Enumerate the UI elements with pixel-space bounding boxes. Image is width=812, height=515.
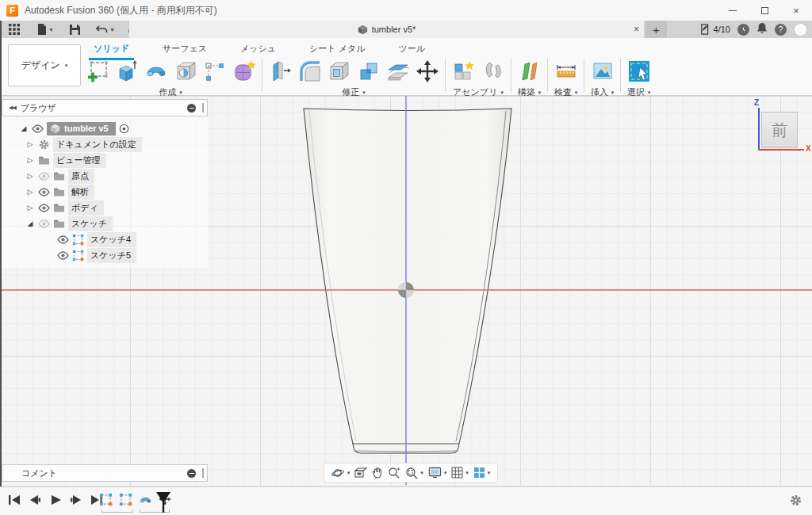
- tree-row-sketch4[interactable]: スケッチ4: [2, 231, 208, 247]
- expander-icon[interactable]: ◢: [25, 219, 35, 227]
- toolbar-group-create: 作成▾: [82, 57, 259, 95]
- activate-radio-icon[interactable]: [119, 124, 129, 134]
- select-icon: [627, 59, 651, 83]
- clock-icon[interactable]: [737, 24, 749, 36]
- tree-row-root[interactable]: ◢ tumbler v5: [2, 120, 208, 136]
- visibility-eye-icon[interactable]: [57, 235, 69, 244]
- timeline-settings-gear-icon[interactable]: [789, 494, 802, 507]
- visibility-eye-off-icon[interactable]: [38, 172, 50, 181]
- panel-display-toggle-icon[interactable]: [187, 469, 196, 478]
- tree-item-root[interactable]: tumbler v5: [47, 122, 116, 135]
- fillet-button[interactable]: [295, 57, 324, 86]
- move-button[interactable]: [412, 57, 442, 86]
- visibility-eye-icon[interactable]: [57, 251, 69, 260]
- undo-button[interactable]: ▼: [92, 21, 119, 38]
- tree-row-sketch5[interactable]: スケッチ5: [2, 247, 208, 263]
- expander-icon[interactable]: ▷: [25, 188, 35, 196]
- offset-face-icon: [386, 59, 410, 83]
- joint-button[interactable]: [478, 57, 508, 86]
- apps-grid-icon[interactable]: [5, 21, 24, 38]
- insert-image-icon: [591, 59, 615, 83]
- expander-icon[interactable]: ▷: [25, 204, 35, 212]
- viewports-button[interactable]: ▾: [473, 467, 491, 479]
- display-settings-button[interactable]: ▾: [428, 467, 447, 479]
- tree-row-analysis[interactable]: ▷ 解析: [2, 184, 208, 200]
- tree-row-bodies[interactable]: ▷ ボディ: [2, 200, 208, 216]
- close-button[interactable]: ×: [780, 0, 812, 21]
- origin-marker[interactable]: [395, 279, 417, 301]
- job-status-button[interactable]: 4/10: [700, 24, 730, 35]
- zoom-button[interactable]: [388, 467, 400, 479]
- tree-row-named-views[interactable]: ▷ ビュー管理: [2, 152, 208, 168]
- panel-resize-grip[interactable]: [202, 468, 204, 478]
- browser-title: ブラウザ: [21, 102, 187, 114]
- insert-button[interactable]: [588, 57, 617, 86]
- account-avatar[interactable]: [794, 23, 807, 36]
- timeline-feature-revolve[interactable]: [138, 492, 152, 506]
- pan-button[interactable]: [372, 467, 383, 479]
- shell-button[interactable]: [324, 57, 354, 86]
- save-button[interactable]: [66, 21, 84, 38]
- measure-button[interactable]: [551, 57, 580, 86]
- viewcube[interactable]: 前: [761, 112, 798, 148]
- tree-row-document-settings[interactable]: ▷ ドキュメントの設定: [2, 136, 208, 152]
- viewcube-x-axis: [758, 149, 804, 151]
- minimize-button[interactable]: [717, 0, 749, 21]
- browser-header[interactable]: ◀◀ ブラウザ: [2, 99, 208, 116]
- combine-button[interactable]: [354, 57, 383, 86]
- step-back-button[interactable]: [27, 492, 43, 508]
- extrude-button[interactable]: [112, 57, 141, 86]
- tab-close-icon[interactable]: ×: [634, 21, 639, 38]
- visibility-eye-icon[interactable]: [32, 124, 44, 133]
- sketch-icon: [99, 493, 113, 506]
- timeline-feature-sketch5[interactable]: [118, 492, 132, 506]
- create-form-button[interactable]: [229, 57, 259, 86]
- job-status-count: 4/10: [714, 25, 730, 34]
- panel-display-toggle-icon[interactable]: [187, 104, 196, 113]
- timeline-position-marker[interactable]: [155, 491, 171, 513]
- tree-row-origin[interactable]: ▷ 原点: [2, 168, 208, 184]
- revolve-button[interactable]: [141, 57, 170, 86]
- new-component-button[interactable]: [449, 57, 478, 86]
- fit-button[interactable]: ▾: [405, 467, 423, 479]
- expander-icon[interactable]: ◢: [19, 124, 29, 132]
- visibility-eye-icon[interactable]: [38, 204, 50, 212]
- document-tab[interactable]: tumbler v5* ×: [129, 21, 644, 38]
- maximize-button[interactable]: [749, 0, 780, 21]
- zoom-icon: [388, 467, 400, 479]
- select-button[interactable]: [624, 57, 653, 86]
- visibility-eye-off-icon[interactable]: [38, 219, 50, 228]
- offset-face-button[interactable]: [383, 57, 412, 86]
- tree-row-sketches[interactable]: ◢ スケッチ: [2, 216, 208, 231]
- create-sketch-button[interactable]: [82, 57, 112, 86]
- folder-icon: [53, 171, 65, 181]
- expander-icon[interactable]: ▷: [25, 156, 35, 164]
- press-pull-button[interactable]: [266, 57, 295, 86]
- visibility-eye-icon[interactable]: [38, 188, 50, 196]
- look-at-button[interactable]: [354, 467, 367, 479]
- panel-resize-grip[interactable]: [202, 103, 204, 113]
- toolbar-group-modify: 修正▾: [266, 57, 442, 95]
- play-button[interactable]: [48, 492, 63, 508]
- expander-icon[interactable]: ▷: [25, 140, 35, 148]
- construction-plane-button[interactable]: [515, 57, 544, 86]
- bell-icon[interactable]: [756, 22, 768, 37]
- collapse-panel-icon[interactable]: ◀◀: [9, 105, 16, 111]
- go-to-start-button[interactable]: [6, 492, 22, 508]
- workspace-selector[interactable]: デザイン ▾: [8, 44, 81, 86]
- file-menu-button[interactable]: ▼: [33, 21, 58, 38]
- help-icon[interactable]: ?: [775, 24, 787, 36]
- viewcube-z-axis: [758, 108, 760, 150]
- hole-button[interactable]: [170, 57, 200, 86]
- revolve-icon: [144, 59, 168, 83]
- timeline-feature-sketch4[interactable]: [98, 492, 113, 506]
- folder-icon: [53, 187, 65, 196]
- orbit-button[interactable]: ▾: [331, 467, 350, 479]
- ribbon-toolbar: デザイン ▾ ソリッド サーフェス メッシュ シート メタル ツール: [0, 38, 812, 96]
- grid-settings-button[interactable]: ▾: [451, 467, 469, 479]
- expander-icon[interactable]: ▷: [25, 172, 35, 180]
- pattern-button[interactable]: [200, 57, 229, 86]
- step-forward-button[interactable]: [68, 492, 84, 508]
- comments-header[interactable]: コメント: [2, 464, 208, 482]
- new-tab-button[interactable]: +: [645, 21, 667, 38]
